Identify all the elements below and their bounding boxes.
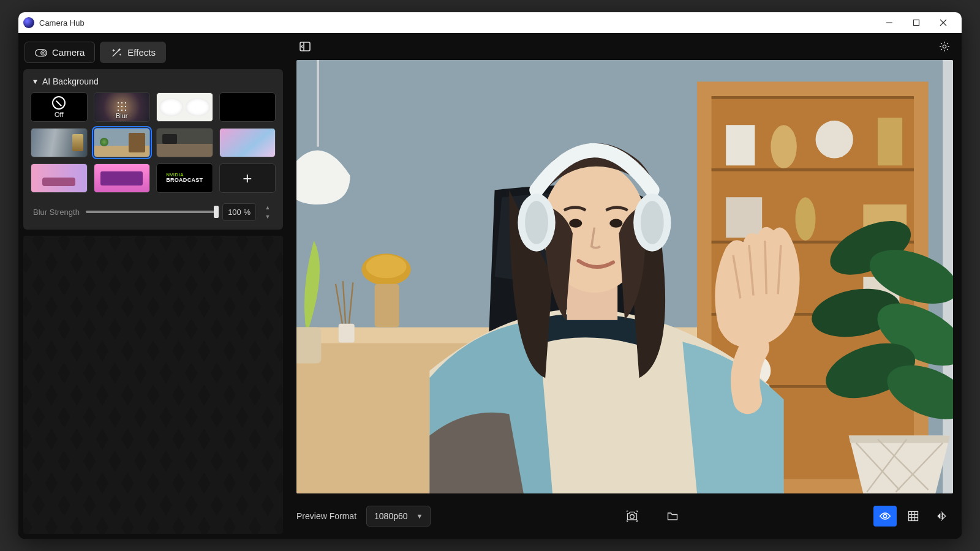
bottom-bar: Preview Format 1080p60 ▼	[288, 493, 962, 539]
main-top-bar	[288, 33, 962, 60]
bg-tile-black[interactable]	[219, 92, 276, 122]
bg-tile-add[interactable]: +	[219, 163, 276, 193]
bg-tile-off-label: Off	[55, 111, 63, 118]
app-icon	[23, 17, 34, 28]
svg-point-5	[943, 45, 946, 48]
window-minimize-button[interactable]	[876, 12, 903, 33]
blur-strength-row: Blur Strength 100 % ▲ ▼	[28, 193, 278, 221]
svg-point-34	[366, 255, 407, 279]
settings-button[interactable]	[936, 38, 953, 55]
bg-tile-living-room[interactable]	[94, 128, 151, 157]
bg-tile-office[interactable]	[31, 128, 88, 157]
camera-preview	[296, 60, 953, 493]
preview-visible-toggle[interactable]	[873, 506, 897, 527]
svg-rect-18	[726, 125, 755, 165]
grid-overlay-toggle[interactable]	[902, 506, 925, 527]
main-area: Preview Format 1080p60 ▼	[288, 33, 962, 539]
bg-tile-anime-blue[interactable]	[219, 128, 276, 157]
window-maximize-button[interactable]	[903, 12, 930, 33]
camera-icon	[35, 48, 47, 58]
blur-strength-label: Blur Strength	[33, 208, 80, 217]
eye-icon	[879, 510, 891, 522]
broadcast-label: BROADCAST	[166, 177, 203, 183]
step-up-button[interactable]: ▲	[262, 203, 273, 212]
svg-rect-13	[712, 96, 914, 99]
bg-tile-anime-pink[interactable]	[94, 163, 151, 193]
svg-rect-21	[878, 118, 902, 165]
bg-tile-studio-white[interactable]	[156, 92, 213, 122]
app-window: Camera Hub	[18, 12, 962, 539]
section-title: AI Background	[42, 77, 99, 86]
blur-strength-stepper: ▲ ▼	[262, 203, 273, 221]
preview-format-label: Preview Format	[296, 511, 356, 521]
camera-snapshot-icon	[626, 510, 638, 522]
app-title: Camera Hub	[39, 18, 85, 28]
tab-camera-label: Camera	[52, 47, 85, 58]
tab-effects[interactable]: Effects	[100, 42, 166, 63]
mode-tabs: Camera Effects	[23, 38, 283, 69]
blur-strength-value[interactable]: 100 %	[222, 203, 256, 221]
svg-rect-28	[296, 328, 321, 364]
section-header[interactable]: ▼ AI Background	[28, 75, 278, 92]
svg-point-52	[569, 219, 582, 228]
folder-icon	[666, 510, 679, 522]
mirror-icon	[935, 510, 948, 522]
blur-icon	[116, 101, 127, 112]
chevron-down-icon: ▼	[417, 512, 423, 520]
background-tile-grid: Off Blur NVIDI	[28, 92, 278, 193]
titlebar: Camera Hub	[18, 12, 962, 33]
sidebar-background-texture	[23, 236, 283, 534]
step-down-button[interactable]: ▼	[262, 212, 273, 221]
off-icon	[52, 96, 66, 110]
svg-point-51	[641, 201, 664, 244]
collapse-sidebar-button[interactable]	[296, 38, 314, 55]
svg-point-3	[42, 52, 44, 54]
svg-rect-22	[726, 197, 762, 238]
ai-background-section: ▼ AI Background Off Blur	[23, 69, 283, 230]
bg-tile-loft[interactable]	[156, 128, 213, 157]
grid-icon	[907, 510, 919, 522]
svg-point-19	[771, 125, 796, 168]
tab-effects-label: Effects	[127, 47, 156, 58]
gear-icon	[938, 40, 951, 53]
preview-format-value: 1080p60	[374, 511, 408, 521]
bg-tile-blur-label: Blur	[94, 112, 150, 119]
open-folder-button[interactable]	[661, 506, 684, 527]
magic-wand-icon	[110, 48, 123, 58]
sidebar: Camera Effects ▼ AI Backgr	[18, 33, 288, 539]
plus-icon: +	[243, 169, 252, 188]
bg-tile-anime-bedroom[interactable]	[31, 163, 88, 193]
bg-tile-off[interactable]: Off	[31, 92, 88, 122]
svg-rect-56	[909, 512, 918, 521]
caret-down-icon: ▼	[32, 78, 39, 85]
svg-point-50	[525, 201, 548, 244]
svg-point-55	[883, 514, 886, 517]
svg-rect-14	[712, 168, 914, 171]
svg-point-54	[630, 515, 634, 519]
svg-point-23	[795, 197, 815, 241]
svg-rect-32	[339, 324, 355, 343]
svg-point-20	[816, 121, 853, 158]
svg-rect-0	[914, 20, 919, 26]
svg-rect-27	[317, 60, 319, 147]
bg-tile-nvidia-broadcast[interactable]: NVIDIA BROADCAST	[156, 163, 213, 193]
bg-tile-blur[interactable]: Blur	[94, 92, 151, 122]
mirror-toggle[interactable]	[930, 506, 953, 527]
snapshot-button[interactable]	[620, 506, 644, 527]
window-close-button[interactable]	[930, 12, 957, 33]
blur-strength-slider[interactable]	[86, 211, 216, 213]
tab-camera[interactable]: Camera	[24, 42, 95, 63]
svg-point-53	[609, 219, 622, 228]
preview-format-dropdown[interactable]: 1080p60 ▼	[366, 506, 431, 527]
svg-rect-35	[375, 284, 399, 328]
